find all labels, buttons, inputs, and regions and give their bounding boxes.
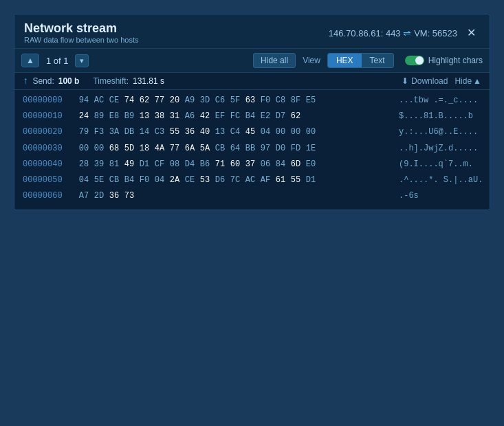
hex-byte: 06: [259, 158, 272, 171]
hex-byte: 5F: [229, 94, 241, 107]
hex-ascii: (9.I....q`7..m.: [392, 158, 481, 171]
hex-byte: 45: [244, 126, 256, 139]
hex-byte: 77: [168, 142, 181, 155]
hide-label: Hide: [454, 76, 472, 86]
hex-byte: 60: [229, 158, 241, 171]
hex-byte: 31: [168, 110, 181, 123]
tab-hex[interactable]: HEX: [328, 54, 362, 67]
hex-byte: F3: [93, 126, 105, 139]
hex-byte: A9: [184, 94, 196, 107]
hex-byte: 4A: [153, 142, 166, 155]
nav-up-button[interactable]: ▲: [21, 54, 39, 67]
table-row: 000000300000685D184A776A5ACB64BB97D0FD1E…: [20, 141, 484, 157]
table-row: 0000002079F33ADB14C355364013C44504000000…: [20, 124, 484, 140]
hex-byte: 37: [244, 158, 256, 171]
hex-byte: 74: [123, 94, 135, 107]
hex-byte: 53: [199, 174, 211, 187]
hex-byte: 3D: [199, 94, 211, 107]
hex-byte: B6: [199, 158, 211, 171]
hex-byte: 00: [305, 126, 317, 139]
hex-byte: [244, 190, 256, 203]
hex-byte: [153, 190, 166, 203]
hex-byte: B9: [123, 110, 135, 123]
table-row: 0000000094ACCE74627720A93DC65F63F0C88FE5…: [20, 93, 484, 109]
hex-byte: CE: [108, 94, 120, 107]
hex-byte: AC: [244, 174, 256, 187]
hex-bytes: 94ACCE74627720A93DC65F63F0C88FE5: [78, 94, 392, 107]
hex-byte: 00: [93, 142, 105, 155]
hex-byte: D6: [214, 174, 226, 187]
hex-byte: [305, 190, 317, 203]
hex-byte: 97: [259, 142, 272, 155]
hex-byte: [259, 190, 272, 203]
hex-byte: A7: [78, 190, 90, 203]
hex-byte: CB: [214, 142, 226, 155]
tab-text[interactable]: Text: [362, 54, 393, 67]
hex-byte: CE: [184, 174, 196, 187]
hex-byte: C4: [229, 126, 241, 139]
download-button[interactable]: ⬇ Download: [402, 76, 448, 86]
hex-ascii: $....81.B.....b: [392, 110, 481, 123]
hex-byte: 81: [108, 158, 120, 171]
hex-byte: 04: [259, 126, 272, 139]
hex-byte: 00: [274, 126, 287, 139]
hide-all-button[interactable]: Hide all: [253, 53, 296, 68]
hex-byte: 73: [123, 190, 135, 203]
connection-info: 146.70.86.61: 443 ⇌ VM: 56523: [329, 27, 457, 38]
send-label: Send:: [32, 76, 54, 86]
hex-byte: E2: [259, 110, 272, 123]
hex-byte: D0: [274, 142, 287, 155]
highlight-switch[interactable]: [405, 56, 424, 65]
hex-byte: 42: [199, 110, 211, 123]
hex-bytes: 045ECBB4F0042ACE53D67CACAF6155D1: [78, 174, 392, 187]
hex-byte: 3A: [108, 126, 120, 139]
page-info: 1 of 1: [46, 56, 69, 66]
hex-byte: C6: [214, 94, 226, 107]
title-right: 146.70.86.61: 443 ⇌ VM: 56523 ✕: [329, 26, 480, 40]
hex-byte: 55: [289, 174, 302, 187]
hex-byte: 20: [168, 94, 181, 107]
hex-byte: C8: [274, 94, 287, 107]
view-label: View: [303, 56, 320, 65]
hex-byte: [184, 190, 196, 203]
close-button[interactable]: ✕: [463, 26, 480, 40]
toolbar: ▲ 1 of 1 ▾ Hide all View HEX Text Highli…: [14, 49, 490, 73]
hex-byte: FC: [229, 110, 241, 123]
hex-byte: [138, 190, 151, 203]
hex-ascii: ...tbw .=._c....: [392, 94, 481, 107]
download-label: Download: [411, 76, 448, 86]
hex-byte: A6: [184, 110, 196, 123]
hex-byte: 2A: [168, 174, 181, 187]
hex-byte: 13: [214, 126, 226, 139]
hex-ascii: .-6s: [392, 190, 481, 203]
hex-byte: FD: [289, 142, 302, 155]
hex-byte: [214, 190, 226, 203]
data-header: ↑ Send: 100 b Timeshift: 131.81 s ⬇ Down…: [14, 73, 490, 90]
hex-byte: 28: [78, 158, 90, 171]
hex-byte: 13: [138, 110, 151, 123]
hex-byte: EF: [214, 110, 226, 123]
hex-byte: F0: [138, 174, 151, 187]
hex-byte: BB: [244, 142, 256, 155]
hex-byte: 5A: [199, 142, 211, 155]
hex-byte: 5E: [93, 174, 105, 187]
hex-byte: 38: [153, 110, 166, 123]
hex-byte: 1E: [305, 142, 317, 155]
hex-byte: [289, 190, 302, 203]
hex-byte: 00: [78, 142, 90, 155]
nav-dropdown-button[interactable]: ▾: [75, 54, 89, 67]
send-value: 100 b: [58, 76, 80, 86]
view-tabs: HEX Text: [327, 53, 394, 68]
hide-button[interactable]: Hide ▲: [454, 76, 481, 86]
hex-byte: 24: [78, 110, 90, 123]
hex-bytes: 28398149D1CF08D4B671603706846DE0: [78, 158, 392, 171]
hex-byte: 36: [184, 126, 196, 139]
hex-byte: E0: [305, 158, 317, 171]
hex-byte: 8F: [289, 94, 302, 107]
window-subtitle: RAW data flow between two hosts: [24, 36, 139, 44]
hex-byte: 04: [78, 174, 90, 187]
hex-bytes: 2489E8B9133831A642EFFCB4E2D762: [78, 110, 392, 123]
hex-byte: 89: [93, 110, 105, 123]
highlight-label: Highlight chars: [428, 56, 483, 65]
timeshift-value: 131.81 s: [133, 76, 164, 86]
